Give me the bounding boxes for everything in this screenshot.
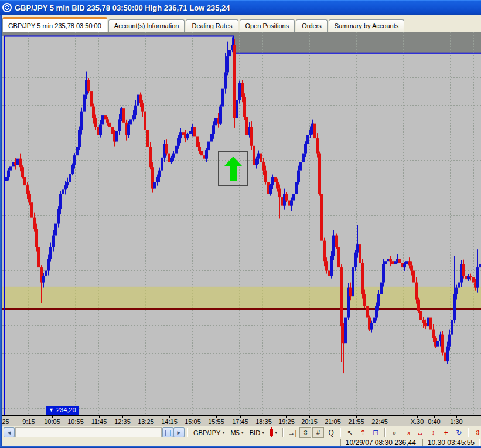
axis-tick-label: 21:05 [325, 418, 341, 425]
axis-tick-label: 10:55 [67, 418, 84, 425]
window-border-left [0, 15, 2, 446]
buy-arrow-annotation[interactable] [218, 151, 248, 186]
axis-tick-label: 1:30 [450, 418, 462, 425]
tab-chart-gbpjpy[interactable]: GBP/JPY 5 min 235,78 03:50:00 [2, 17, 107, 32]
toolbar-separator [468, 428, 469, 437]
go-to-end-icon[interactable]: →| [286, 427, 298, 438]
chart-toolbar: ◄ ❘❘❘ ► GBP/JPY▾M5▾BID▾ ▾ →|⇕#Q↖⇡⊡⌕⇥↔↕+↻… [2, 426, 481, 439]
link-windows-icon[interactable]: ⊡ [370, 427, 381, 438]
axis-tick-label: 0:40 [428, 418, 440, 425]
crosshair-mode-icon[interactable]: + [440, 427, 452, 438]
axis-tick-label: 14:15 [161, 418, 178, 425]
axis-tick-label: 22:45 [371, 418, 388, 425]
cursor-info-panel: 10/29/07 08:30 236,44 [340, 439, 421, 446]
currency-emblem-icon [2, 3, 12, 12]
axis-tick-label: X.30 [411, 418, 424, 425]
axis-tick-label: 12:35 [114, 418, 131, 425]
axis-tick-label: 19:25 [278, 418, 295, 425]
axis-tick-label: 9:15 [22, 418, 35, 425]
symbol-dropdown[interactable]: GBP/JPY▾ [191, 427, 227, 438]
axis-tick-label: 10:05 [44, 418, 60, 425]
status-bar: 10/29/07 08:30 236,44 10.30 03:45:55 [0, 439, 481, 446]
chevron-down-icon: ▾ [241, 430, 244, 435]
snap-axis-icon[interactable]: ⇥ [401, 427, 413, 438]
trading-app-window: GBP/JPY 5 min BID 235,78 03:50:00 High 2… [0, 0, 481, 448]
candlestick-icon [270, 429, 273, 436]
chevron-down-icon: ▾ [222, 430, 224, 435]
tab-open-positions[interactable]: Open Positions [240, 19, 295, 32]
pan-vertical-icon[interactable]: ↕ [427, 427, 439, 438]
toolbar-icon-groups: →|⇕#Q↖⇡⊡⌕⇥↔↕+↻⇕⇔⊕▤⇘ [281, 427, 481, 438]
timeframe-dropdown[interactable]: M5▾ [228, 427, 245, 438]
chevron-down-icon: ▾ [262, 430, 264, 435]
measure-tool-icon[interactable]: ⇡ [357, 427, 369, 438]
quote-marker-icon[interactable]: Q [325, 427, 337, 438]
price-chart[interactable] [0, 32, 481, 415]
axis-tick-label: 18:35 [255, 418, 272, 425]
scroll-right-button[interactable]: ► [173, 427, 185, 437]
scroll-left-button[interactable]: ◄ [4, 427, 15, 437]
axis-tick-label: 11:45 [91, 418, 107, 425]
toolbar-dropdowns: GBP/JPY▾M5▾BID▾ [191, 427, 267, 438]
time-axis[interactable]: :259:1510:0510:5511:4512:3513:2514:1515:… [0, 415, 481, 426]
axis-tick-label: 17:45 [232, 418, 248, 425]
pan-horizontal-icon[interactable]: ↔ [414, 427, 426, 438]
toolbar-separator [187, 428, 188, 437]
axis-tick-label: 13:25 [138, 418, 154, 425]
axis-tick-label: 15:55 [208, 418, 224, 425]
scale-1to1-vertical-icon[interactable]: ⇕ [472, 427, 481, 438]
toolbar-separator [340, 428, 341, 437]
refresh-chart-icon[interactable]: ↻ [453, 427, 465, 438]
price-type-dropdown[interactable]: BID▾ [247, 427, 267, 438]
toolbar-separator [384, 428, 386, 437]
zoom-in-icon[interactable]: ⌕ [388, 427, 400, 438]
window-titlebar[interactable]: GBP/JPY 5 min BID 235,78 03:50:00 High 2… [0, 0, 481, 15]
axis-tick-label: 20:15 [301, 418, 318, 425]
axis-tick-label: 21:55 [348, 418, 364, 425]
tab-summary-by-accounts[interactable]: Summary by Accounts [329, 19, 404, 32]
chart-type-dropdown[interactable]: ▾ [268, 427, 279, 438]
price-marker-label: ▼ 234,20 [46, 406, 79, 415]
toolbar-separator [282, 428, 284, 437]
price-marker-value: 234,20 [56, 406, 76, 415]
axis-tick-label: 15:05 [185, 418, 201, 425]
scrollbar-track[interactable] [15, 427, 162, 437]
fit-price-scale-icon[interactable]: ⇕ [299, 427, 311, 438]
tab-orders[interactable]: Orders [296, 19, 328, 32]
clock-panel: 10.30 03:45:55 [422, 439, 480, 446]
window-title: GBP/JPY 5 min BID 235,78 03:50:00 High 2… [15, 4, 230, 12]
scrollbar-thumb[interactable]: ❘❘❘ [162, 427, 173, 437]
green-up-arrow-icon [224, 157, 242, 181]
pointer-tool-icon[interactable]: ↖ [344, 427, 356, 438]
tab-account-s-information[interactable]: Account(s) Information [108, 19, 185, 32]
tab-dealing-rates[interactable]: Dealing Rates [186, 19, 238, 32]
grid-toggle-icon[interactable]: # [312, 427, 324, 438]
chevron-down-icon: ▾ [275, 430, 277, 435]
down-triangle-icon: ▼ [49, 406, 54, 415]
workspace-tabbar: GBP/JPY 5 min 235,78 03:50:00 Account(s)… [0, 15, 481, 32]
chart-horizontal-scrollbar[interactable]: ◄ ❘❘❘ ► [4, 427, 185, 438]
